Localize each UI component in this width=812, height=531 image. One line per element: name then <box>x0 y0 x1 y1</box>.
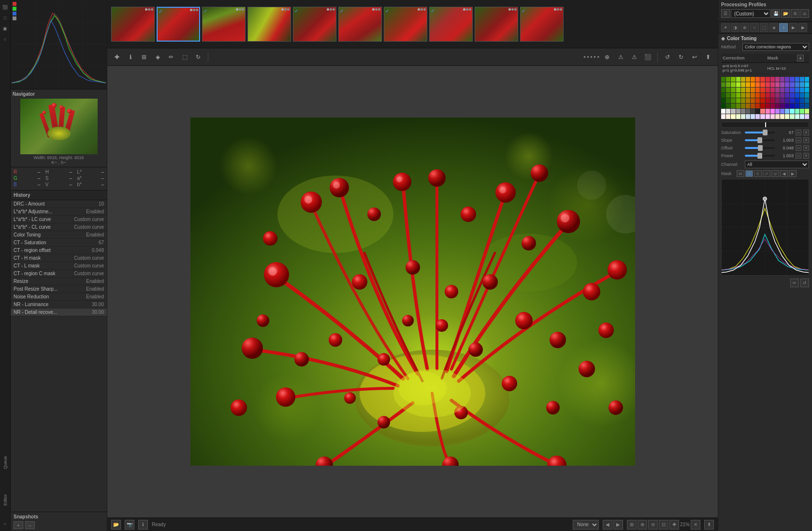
history-item[interactable]: ResizeEnabled <box>11 278 107 285</box>
palette-cell[interactable] <box>795 77 799 82</box>
tool-color-icon[interactable]: ◑ <box>731 23 740 32</box>
palette-cell[interactable] <box>785 109 789 114</box>
palette-cell[interactable] <box>795 88 799 92</box>
saturation-track[interactable] <box>745 132 775 133</box>
palette-cell[interactable] <box>721 77 725 82</box>
offset-minus-btn[interactable]: – <box>796 145 801 151</box>
palette-cell[interactable] <box>751 88 755 92</box>
palette-cell[interactable] <box>795 114 799 119</box>
nav-prev-btn[interactable]: ◀ <box>603 520 612 530</box>
tool-add-btn[interactable]: ✚ <box>111 51 123 63</box>
zoom-in-btn[interactable]: ⊕ <box>638 520 647 530</box>
profile-list-icon[interactable]: ☰ <box>721 9 730 18</box>
sidebar-icon-bottom[interactable]: ○ <box>1 519 10 528</box>
palette-cell[interactable] <box>731 82 735 87</box>
palette-cell[interactable] <box>736 114 740 119</box>
palette-cell[interactable] <box>731 103 735 108</box>
palette-cell[interactable] <box>741 77 745 82</box>
palette-cell[interactable] <box>721 103 725 108</box>
tool-local-icon[interactable]: ○ <box>750 23 759 32</box>
tool-extra1-icon[interactable]: ▶ <box>789 23 798 32</box>
history-item[interactable]: CT - region C maskCustom curve <box>11 270 107 278</box>
tool-grid-btn[interactable]: ⊞ <box>138 51 150 63</box>
palette-cell[interactable] <box>780 103 784 108</box>
palette-cell[interactable] <box>721 82 725 87</box>
palette-cell[interactable] <box>785 98 789 103</box>
palette-cell[interactable] <box>731 114 735 119</box>
palette-cell[interactable] <box>766 109 770 114</box>
nav-next-btn[interactable]: ▶ <box>613 520 623 530</box>
sidebar-icon-1[interactable]: ⬛ <box>1 3 10 12</box>
toolbar-reset-btn[interactable]: ↩ <box>689 51 700 63</box>
zoom-out-btn[interactable]: ⊖ <box>648 520 658 530</box>
slope-track[interactable] <box>745 139 775 141</box>
palette-cell[interactable] <box>780 98 784 103</box>
palette-cell[interactable] <box>746 103 750 108</box>
palette-cell[interactable] <box>770 82 775 87</box>
palette-cell[interactable] <box>736 109 740 114</box>
palette-cell[interactable] <box>731 109 735 114</box>
palette-cell[interactable] <box>736 93 740 98</box>
toolbar-warn1-btn[interactable]: ⚠ <box>615 51 626 63</box>
palette-cell[interactable] <box>775 114 780 119</box>
tool-exposure-icon[interactable]: ☀ <box>721 23 730 32</box>
status-camera-btn[interactable]: 📷 <box>125 520 134 530</box>
palette-cell[interactable] <box>760 88 765 92</box>
palette-cell[interactable] <box>726 77 730 82</box>
zoom-100-btn[interactable]: ⊡ <box>659 520 668 530</box>
toolbar-export-btn[interactable]: ⬆ <box>702 51 714 63</box>
palette-cell[interactable] <box>766 103 770 108</box>
palette-cell[interactable] <box>755 88 760 92</box>
palette-cell[interactable] <box>721 114 725 119</box>
palette-cell[interactable] <box>790 98 794 103</box>
palette-cell[interactable] <box>751 98 755 103</box>
slope-plus-btn[interactable]: + <box>803 137 809 143</box>
filmstrip-thumb-5[interactable]: ✓ <box>293 7 336 42</box>
filmstrip-thumb-8[interactable]: ✓ <box>429 7 473 42</box>
palette-cell[interactable] <box>760 114 765 119</box>
toolbar-undo-btn[interactable]: ↺ <box>662 51 673 63</box>
profile-select[interactable]: (Custom) <box>731 9 770 18</box>
mask-h-btn[interactable]: H <box>737 170 744 177</box>
palette-cell[interactable] <box>736 98 740 103</box>
palette-cell[interactable] <box>746 77 750 82</box>
toolbar-warn2-btn[interactable]: ⚠ <box>628 51 640 63</box>
palette-cell[interactable] <box>736 103 740 108</box>
tool-crop-btn[interactable]: ⬚ <box>179 51 190 63</box>
filmstrip-thumb-2[interactable]: ✓ <box>157 7 200 42</box>
power-plus-btn[interactable]: + <box>803 153 809 159</box>
tool-extra2-icon[interactable]: ▶ <box>798 23 807 32</box>
palette-cell[interactable] <box>805 114 809 119</box>
palette-cell[interactable] <box>726 82 730 87</box>
profile-load-btn[interactable]: 📂 <box>781 9 790 18</box>
palette-cell[interactable] <box>746 114 750 119</box>
palette-cell[interactable] <box>726 93 730 98</box>
palette-cell[interactable] <box>780 82 784 87</box>
palette-cell[interactable] <box>736 88 740 92</box>
palette-cell[interactable] <box>751 77 755 82</box>
power-thumb[interactable] <box>757 153 762 159</box>
palette-cell[interactable] <box>731 93 735 98</box>
tool-info-btn[interactable]: ℹ <box>125 51 136 63</box>
profile-copy-btn[interactable]: ⧉ <box>791 9 799 18</box>
status-open-btn[interactable]: 📂 <box>111 520 121 530</box>
palette-cell[interactable] <box>766 88 770 92</box>
method-select[interactable]: Color correction regions <box>742 43 809 51</box>
filmstrip-thumb-4[interactable] <box>247 7 291 42</box>
palette-cell[interactable] <box>736 77 740 82</box>
palette-cell[interactable] <box>805 93 809 98</box>
palette-cell[interactable] <box>731 77 735 82</box>
palette-cell[interactable] <box>721 88 725 92</box>
palette-cell[interactable] <box>775 93 780 98</box>
history-item[interactable]: NR - Luminance30.00 <box>11 301 107 309</box>
palette-cell[interactable] <box>805 103 809 108</box>
history-item[interactable]: Noise ReductionEnabled <box>11 293 107 301</box>
palette-cell[interactable] <box>746 93 750 98</box>
palette-cell[interactable] <box>766 77 770 82</box>
palette-cell[interactable] <box>780 93 784 98</box>
palette-cell[interactable] <box>795 109 799 114</box>
palette-cell[interactable] <box>805 88 809 92</box>
palette-cell[interactable] <box>795 98 799 103</box>
palette-cell[interactable] <box>785 77 789 82</box>
export-btn[interactable]: ⬆ <box>704 520 714 530</box>
